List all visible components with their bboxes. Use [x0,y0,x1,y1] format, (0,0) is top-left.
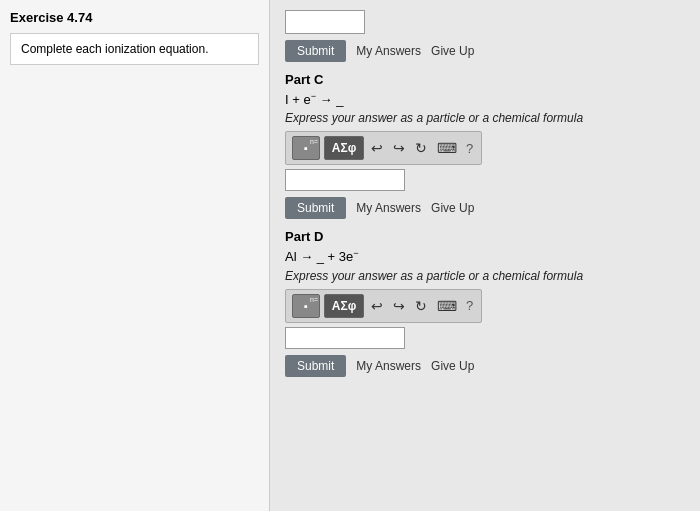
part-c-answer-input[interactable] [285,169,405,191]
part-d-my-answers-link[interactable]: My Answers [356,359,421,373]
part-b-btn-row: Submit My Answers Give Up [285,40,685,62]
part-d-submit-button[interactable]: Submit [285,355,346,377]
part-d-give-up-link[interactable]: Give Up [431,359,474,373]
part-c-give-up-link[interactable]: Give Up [431,201,474,215]
left-panel: Exercise 4.74 Complete each ionization e… [0,0,270,511]
part-d-palette-badge: n= [310,296,318,303]
right-panel: Submit My Answers Give Up Part C I + e− … [270,0,700,511]
part-d-refresh-button[interactable]: ↻ [412,296,430,316]
exercise-box: Complete each ionization equation. [10,33,259,65]
part-c-equation: I + e− → _ [285,91,685,107]
part-c-label: Part C [285,72,685,87]
part-c-submit-button[interactable]: Submit [285,197,346,219]
part-b-answer-input[interactable] [285,10,365,34]
part-d-help-icon[interactable]: ? [464,298,475,313]
part-d-undo-button[interactable]: ↩ [368,296,386,316]
part-c-palette-badge: n= [310,138,318,145]
instruction-text: Complete each ionization equation. [21,42,208,56]
part-d-answer-input[interactable] [285,327,405,349]
part-b-give-up-link[interactable]: Give Up [431,44,474,58]
part-c-toolbar: ▪ n= AΣφ ↩ ↪ ↻ ⌨ ? [285,131,482,165]
part-c-my-answers-link[interactable]: My Answers [356,201,421,215]
part-d-keyboard-button[interactable]: ⌨ [434,296,460,316]
part-b-my-answers-link[interactable]: My Answers [356,44,421,58]
part-c-redo-button[interactable]: ↪ [390,138,408,158]
part-c-section: Part C I + e− → _ Express your answer as… [285,72,685,219]
exercise-title: Exercise 4.74 [10,10,259,25]
part-c-btn-row: Submit My Answers Give Up [285,197,685,219]
part-d-formula-button[interactable]: AΣφ [324,294,364,318]
part-c-refresh-button[interactable]: ↻ [412,138,430,158]
part-d-palette-icon[interactable]: ▪ n= [292,294,320,318]
part-d-section: Part D Al → _ + 3e− Express your answer … [285,229,685,376]
part-c-undo-button[interactable]: ↩ [368,138,386,158]
part-c-keyboard-button[interactable]: ⌨ [434,138,460,158]
part-b-remnant: Submit My Answers Give Up [285,10,685,62]
part-c-instruction: Express your answer as a particle or a c… [285,111,685,125]
part-d-btn-row: Submit My Answers Give Up [285,355,685,377]
part-d-redo-button[interactable]: ↪ [390,296,408,316]
part-b-submit-button[interactable]: Submit [285,40,346,62]
part-d-label: Part D [285,229,685,244]
part-c-formula-button[interactable]: AΣφ [324,136,364,160]
part-c-help-icon[interactable]: ? [464,141,475,156]
part-d-equation: Al → _ + 3e− [285,248,685,264]
part-d-toolbar: ▪ n= AΣφ ↩ ↪ ↻ ⌨ ? [285,289,482,323]
part-d-instruction: Express your answer as a particle or a c… [285,269,685,283]
part-c-palette-icon[interactable]: ▪ n= [292,136,320,160]
